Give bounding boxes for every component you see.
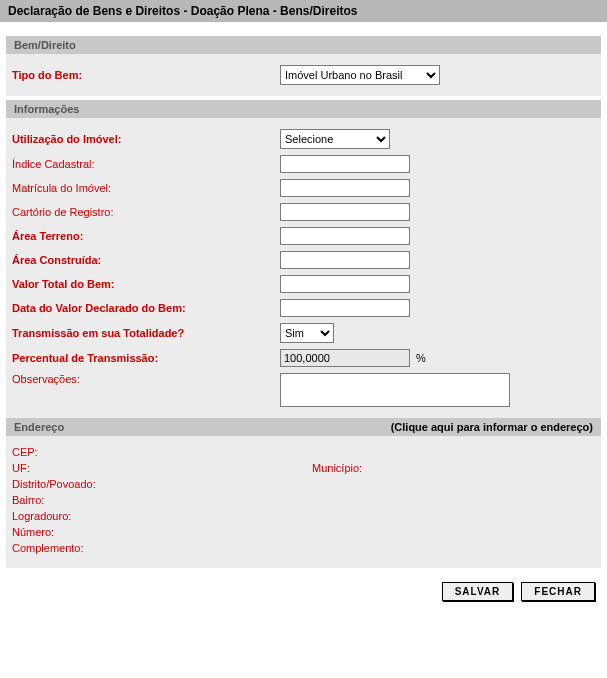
section-informacoes: Informações [6, 100, 601, 118]
label-area-terreno: Área Terreno: [12, 230, 280, 242]
utilizacao-select[interactable]: Selecione [280, 129, 390, 149]
endereco-link[interactable]: (Clique aqui para informar o endereço) [391, 421, 593, 433]
label-cartorio: Cartório de Registro: [12, 206, 280, 218]
section-bem-direito: Bem/Direito [6, 36, 601, 54]
transmissao-select[interactable]: Sim [280, 323, 334, 343]
label-matricula: Matrícula do Imóvel: [12, 182, 280, 194]
salvar-button[interactable]: Salvar [442, 582, 514, 601]
label-valor-total: Valor Total do Bem: [12, 278, 280, 290]
matricula-input[interactable] [280, 179, 410, 197]
area-construida-input[interactable] [280, 251, 410, 269]
label-logradouro: Logradouro: [12, 510, 71, 522]
label-utilizacao: Utilização do Imóvel: [12, 133, 280, 145]
data-valor-input[interactable] [280, 299, 410, 317]
label-indice: Índice Cadastral: [12, 158, 280, 170]
percent-sign: % [416, 352, 426, 364]
label-numero: Número: [12, 526, 54, 538]
label-percentual: Percentual de Transmissão: [12, 352, 280, 364]
label-municipio: Município: [312, 462, 362, 474]
page-title: Declaração de Bens e Direitos - Doação P… [0, 0, 607, 22]
tipo-bem-select[interactable]: Imóvel Urbano no Brasil [280, 65, 440, 85]
label-bairro: Bairro: [12, 494, 44, 506]
label-observacoes: Observações: [12, 373, 280, 385]
observacoes-textarea[interactable] [280, 373, 510, 407]
label-area-construida: Área Construída: [12, 254, 280, 266]
label-uf: UF: [12, 462, 30, 474]
label-transmissao-total: Transmissão em sua Totalidade? [12, 327, 280, 339]
section-endereco: Endereço [14, 421, 64, 433]
cartorio-input[interactable] [280, 203, 410, 221]
area-terreno-input[interactable] [280, 227, 410, 245]
label-complemento: Complemento: [12, 542, 84, 554]
label-data-valor: Data do Valor Declarado do Bem: [12, 302, 280, 314]
valor-total-input[interactable] [280, 275, 410, 293]
label-tipo-bem: Tipo do Bem: [12, 69, 280, 81]
label-cep: CEP: [12, 446, 38, 458]
label-distrito: Distrito/Povoado: [12, 478, 96, 490]
percentual-input [280, 349, 410, 367]
indice-input[interactable] [280, 155, 410, 173]
fechar-button[interactable]: Fechar [521, 582, 595, 601]
